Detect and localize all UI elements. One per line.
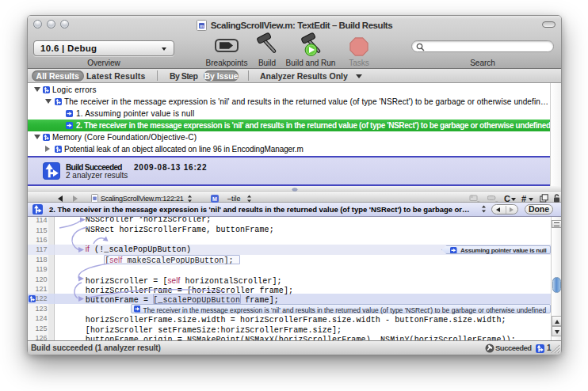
- svg-text:M: M: [212, 196, 217, 202]
- svg-text:m: m: [200, 24, 204, 28]
